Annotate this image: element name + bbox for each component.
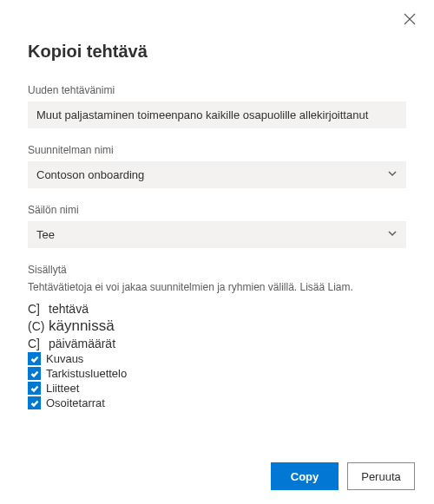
checkbox-icon[interactable] <box>28 352 41 365</box>
option-label: Tarkistusluettelo <box>46 367 127 380</box>
include-option[interactable]: Tarkistusluettelo <box>28 367 406 380</box>
include-helper: Tehtävätietoja ei voi jakaa suunnitelmie… <box>28 281 406 293</box>
task-name-input[interactable] <box>28 101 406 128</box>
chevron-down-icon <box>387 228 398 241</box>
include-option: C]päivämäärät <box>28 337 406 350</box>
bucket-name-select[interactable]: Tee <box>28 221 406 248</box>
plan-name-label: Suunnitelman nimi <box>28 144 406 156</box>
plan-name-select[interactable]: Contoson onboarding <box>28 161 406 188</box>
include-label: Sisällytä <box>28 264 406 276</box>
checkbox-icon[interactable] <box>28 382 41 395</box>
copy-button[interactable]: Copy <box>271 462 339 490</box>
option-glyph: C] <box>28 337 43 350</box>
close-button[interactable] <box>401 12 418 29</box>
include-option: (C)käynnissä <box>28 317 406 335</box>
dialog-footer: Copy Peruuta <box>271 462 415 490</box>
option-glyph: C] <box>28 302 43 316</box>
task-name-label: Uuden tehtävänimi <box>28 84 406 96</box>
include-option[interactable]: Liitteet <box>28 382 406 395</box>
option-glyph: (C) <box>28 319 43 333</box>
close-icon <box>404 13 416 29</box>
include-options: C]tehtävä(C)käynnissäC]päivämäärätKuvaus… <box>28 302 406 409</box>
option-label: Liitteet <box>46 382 79 395</box>
checkbox-icon[interactable] <box>28 396 41 409</box>
bucket-name-label: Säilön nimi <box>28 204 406 216</box>
include-option[interactable]: Osoitetarrat <box>28 396 406 409</box>
checkbox-icon[interactable] <box>28 367 41 380</box>
option-label: käynnissä <box>49 317 115 335</box>
option-label: tehtävä <box>49 302 89 316</box>
option-label: Osoitetarrat <box>46 396 105 409</box>
include-option: C]tehtävä <box>28 302 406 316</box>
chevron-down-icon <box>387 168 398 181</box>
include-option[interactable]: Kuvaus <box>28 352 406 365</box>
cancel-button[interactable]: Peruuta <box>347 462 415 490</box>
option-label: Kuvaus <box>46 352 83 365</box>
plan-name-value: Contoson onboarding <box>36 168 144 181</box>
dialog-title: Kopioi tehtävä <box>28 42 406 62</box>
option-label: päivämäärät <box>49 337 115 350</box>
bucket-name-value: Tee <box>36 228 55 241</box>
copy-task-dialog: Kopioi tehtävä Uuden tehtävänimi Suunnit… <box>0 0 434 467</box>
